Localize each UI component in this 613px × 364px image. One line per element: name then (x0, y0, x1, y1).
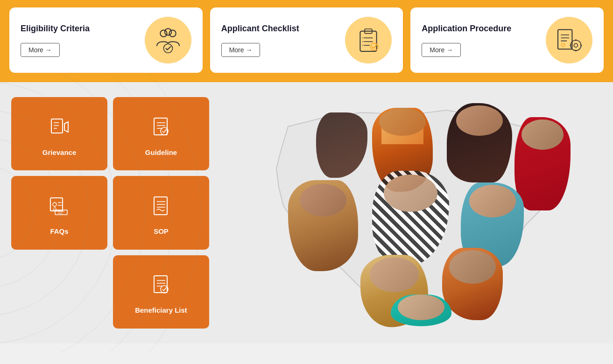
svg-point-26 (0, 82, 117, 343)
eligibility-card: Eligibility Criteria More → (9, 7, 203, 73)
photo-person-9 (442, 248, 503, 320)
checklist-icon (353, 25, 383, 55)
map-collage-section (213, 93, 606, 332)
eligibility-more-button[interactable]: More → (21, 43, 60, 57)
procedure-more-button[interactable]: More → (422, 43, 461, 57)
svg-point-28 (0, 73, 173, 353)
checklist-card: Applicant Checklist More → (210, 7, 403, 73)
svg-rect-13 (558, 30, 572, 49)
photo-person-5 (288, 180, 358, 271)
checklist-title: Applicant Checklist (221, 24, 299, 34)
svg-point-0 (160, 30, 167, 36)
svg-point-2 (164, 28, 171, 35)
svg-point-24 (0, 138, 61, 287)
svg-point-3 (163, 44, 172, 53)
checklist-icon-circle (345, 17, 392, 63)
svg-point-18 (574, 43, 578, 47)
photo-person-3 (447, 103, 512, 182)
svg-point-29 (0, 73, 201, 353)
photo-person-10 (391, 294, 451, 326)
maharashtra-collage (251, 98, 568, 327)
eligibility-icon-circle (145, 17, 191, 63)
procedure-title: Application Procedure (422, 24, 511, 34)
eligibility-icon (153, 25, 183, 55)
procedure-icon-circle (546, 17, 592, 63)
top-section: Eligibility Criteria More → Applicant Ch… (0, 0, 613, 82)
checklist-more-button[interactable]: More → (221, 43, 261, 57)
procedure-card: Application Procedure More → (410, 7, 604, 73)
svg-point-25 (0, 110, 89, 315)
decorative-arcs (0, 73, 243, 353)
procedure-icon (554, 25, 584, 55)
svg-point-1 (169, 30, 176, 36)
bottom-section: Grievance Guideline (0, 82, 613, 343)
svg-point-23 (0, 166, 33, 259)
eligibility-title: Eligibility Criteria (21, 24, 90, 34)
photo-person-4 (514, 117, 571, 210)
